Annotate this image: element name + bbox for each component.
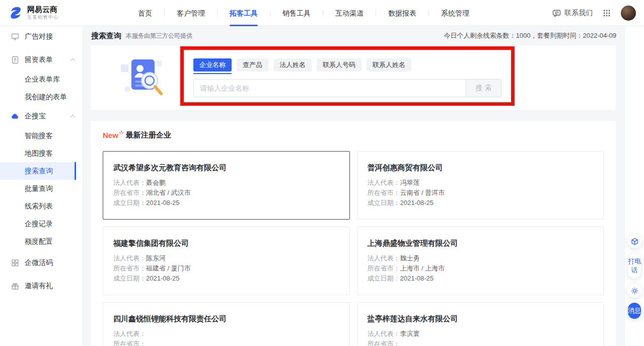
- sidebar-item-leads-list[interactable]: 线索列表: [0, 197, 83, 215]
- legal-value: 李滨寰: [400, 330, 420, 337]
- gear-icon: [631, 287, 638, 295]
- nav-item-data-reports[interactable]: 数据报表: [376, 0, 428, 26]
- sidebar-group-lead-forms[interactable]: 留资表单: [0, 49, 83, 71]
- legal-label: 法人代表：: [113, 254, 146, 262]
- brand-subtitle: 互客销售中心: [27, 15, 59, 20]
- make-call-button[interactable]: 打电话: [628, 253, 641, 279]
- user-avatar[interactable]: [621, 6, 636, 21]
- gift-icon: [11, 282, 19, 290]
- nav-item-acquisition-tools[interactable]: 拓客工具: [218, 0, 270, 26]
- date-label: 成立日期：: [368, 199, 400, 206]
- sidebar-group-qisoubao[interactable]: 企搜宝: [0, 106, 83, 127]
- location-label: 所在省市：: [368, 189, 400, 196]
- sidebar-item-invite-rewards[interactable]: 邀请有礼: [0, 275, 83, 297]
- company-card[interactable]: 上海鼎盛物业管理有限公司 法人代表：魏士勇 所在省市：上海市 / 上海市 成立日…: [357, 227, 604, 295]
- search-illustration: [91, 55, 193, 100]
- tab-product[interactable]: 查产品: [237, 58, 268, 72]
- sidebar-item-label: 企微活码: [25, 258, 53, 267]
- location-label: 所在省市：: [368, 264, 400, 272]
- sidebar-item-ad-connect[interactable]: 广告对接: [0, 26, 83, 47]
- nav-item-interactive-channels[interactable]: 互动渠道: [323, 0, 376, 26]
- brand-logo[interactable]: 网易云商 互客销售中心: [8, 6, 115, 21]
- chevron-up-icon: [70, 58, 76, 63]
- qr-grid-icon: [11, 259, 19, 267]
- sidebar-item-quota-config[interactable]: 额度配置: [0, 233, 83, 250]
- legal-label: 法人代表：: [113, 179, 146, 186]
- contact-us-button[interactable]: 联系我们: [552, 9, 593, 18]
- brand-logo-icon: [8, 6, 23, 21]
- date-label: 成立日期：: [113, 274, 146, 282]
- expiry-value: 2022-04-09: [583, 32, 617, 39]
- section-title: 最新注册企业: [126, 130, 171, 140]
- page-title: 搜索查询: [91, 31, 121, 41]
- sidebar-item-batch-query[interactable]: 批量查询: [0, 180, 83, 197]
- quota-value: 1000: [516, 32, 531, 39]
- date-value: 2021-08-25: [146, 199, 180, 206]
- location-value: 福建省 / 厦门市: [146, 264, 191, 272]
- chat-bubble-icon: [552, 9, 561, 17]
- company-card[interactable]: 盐亭梓莲达自来水有限公司 法人代表：李滨寰 所在省市： 成立日期：: [357, 302, 604, 346]
- brand-name: 网易云商: [27, 6, 59, 14]
- company-name: 武汉希望多次元教育咨询有限公司: [113, 163, 339, 173]
- tab-contact-number[interactable]: 联系人号码: [317, 58, 362, 72]
- nav-item-home[interactable]: 首页: [126, 0, 164, 26]
- sidebar-item-enterprise-form-library[interactable]: 企业表单库: [0, 71, 83, 88]
- new-companies-panel: New 最新注册企业 武汉希望多次元教育咨询有限公司 法人代表：聂会鹏 所在省市…: [91, 121, 616, 346]
- tab-contact-name[interactable]: 联系人姓名: [367, 58, 411, 72]
- legal-value: 陈东河: [146, 254, 166, 262]
- messages-button[interactable]: 消息: [628, 303, 641, 319]
- sidebar-item-search-query[interactable]: 搜索查询: [0, 162, 76, 180]
- mini-app-box-button[interactable]: [627, 234, 641, 248]
- date-value: 2021-08-25: [400, 199, 434, 206]
- sidebar-item-wecom-livecode[interactable]: 企微活码: [0, 252, 83, 273]
- legal-value: 聂会鹏: [146, 179, 166, 186]
- sidebar-item-label: 邀请有礼: [25, 282, 53, 291]
- company-card[interactable]: 福建擎信集团有限公司 法人代表：陈东河 所在省市：福建省 / 厦门市 成立日期：…: [103, 227, 350, 295]
- company-card[interactable]: 普洱创惠商贸有限公司 法人代表：冯翠莲 所在省市：云南省 / 普洱市 成立日期：…: [357, 151, 604, 220]
- date-label: 成立日期：: [113, 199, 146, 206]
- company-card[interactable]: 四川鑫锐恒锂能科技有限责任公司 法人代表： 所在省市： 成立日期：: [103, 302, 350, 346]
- sidebar: 广告对接 留资表单 企业表单库 我创建的表单 企搜宝 智能搜客 地图搜客 搜索查…: [0, 26, 83, 346]
- page-header: 搜索查询 本服务由第三方公司提供 今日个人剩余线索条数：1000，套餐到期时间：…: [83, 26, 624, 45]
- nav-item-system-management[interactable]: 系统管理: [429, 0, 481, 26]
- apps-grid-icon[interactable]: [603, 9, 611, 17]
- nav-item-sales-tools[interactable]: 销售工具: [270, 0, 323, 26]
- legal-label: 法人代表：: [368, 254, 400, 262]
- new-badge: New: [103, 131, 118, 140]
- legal-label: 法人代表：: [113, 330, 146, 337]
- cloud-search-icon: [11, 112, 19, 120]
- sidebar-item-my-created-forms[interactable]: 我创建的表单: [0, 88, 83, 106]
- date-value: 2021-08-25: [146, 274, 180, 282]
- quota-label: 今日个人剩余线索条数：: [444, 32, 516, 39]
- location-label: 所在省市：: [113, 340, 146, 346]
- call-settings-button[interactable]: [627, 284, 641, 298]
- company-name: 普洱创惠商贸有限公司: [368, 163, 594, 173]
- company-name: 盐亭梓莲达自来水有限公司: [368, 314, 594, 324]
- location-label: 所在省市：: [113, 264, 146, 272]
- company-name: 福建擎信集团有限公司: [113, 238, 339, 248]
- company-search-input[interactable]: [193, 79, 466, 97]
- expiry-label: ，套餐到期时间：: [531, 32, 583, 39]
- location-label: 所在省市：: [113, 189, 146, 196]
- location-value: 湖北省 / 武汉市: [146, 189, 191, 196]
- sidebar-item-search-records[interactable]: 企搜记录: [0, 215, 83, 233]
- nav-item-customer-management[interactable]: 客户管理: [165, 0, 217, 26]
- form-icon: [11, 56, 19, 64]
- legal-label: 法人代表：: [368, 179, 400, 186]
- company-grid: 武汉希望多次元教育咨询有限公司 法人代表：聂会鹏 所在省市：湖北省 / 武汉市 …: [103, 151, 604, 346]
- company-card[interactable]: 武汉希望多次元教育咨询有限公司 法人代表：聂会鹏 所在省市：湖北省 / 武汉市 …: [103, 151, 350, 220]
- floating-rail: 打电话 消息: [624, 26, 644, 346]
- search-button[interactable]: 搜 索: [466, 79, 502, 97]
- search-panel: 企业名称 查产品 法人姓名 联系人号码 联系人姓名 搜 索: [91, 45, 616, 110]
- location-value: 上海市 / 上海市: [400, 264, 445, 272]
- legal-value: 冯翠莲: [400, 179, 420, 186]
- main-nav: 首页 客户管理 拓客工具 销售工具 互动渠道 数据报表 系统管理: [126, 0, 481, 26]
- contact-us-label: 联系我们: [564, 9, 593, 18]
- date-value: 2021-08-25: [400, 274, 434, 282]
- top-navbar: 网易云商 互客销售中心 首页 客户管理 拓客工具 销售工具 互动渠道 数据报表 …: [0, 0, 644, 26]
- page-subtitle: 本服务由第三方公司提供: [126, 32, 192, 40]
- tab-legal-person[interactable]: 法人姓名: [273, 58, 312, 72]
- sidebar-item-smart-search[interactable]: 智能搜客: [0, 127, 83, 145]
- sidebar-item-map-search[interactable]: 地图搜客: [0, 145, 83, 162]
- tab-company-name[interactable]: 企业名称: [193, 58, 232, 72]
